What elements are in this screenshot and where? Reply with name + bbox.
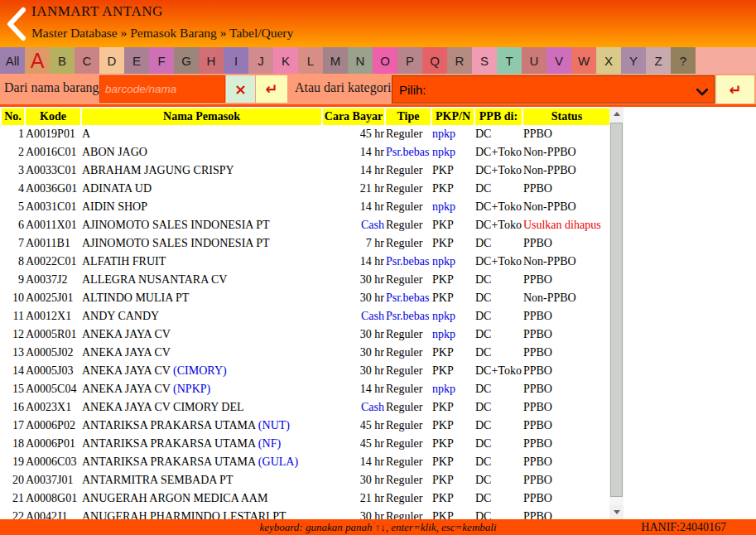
table-row[interactable]: 16A0023X1ANEKA JAYA CV CIMORY DELCashReg… [2,398,610,417]
alpha-button-r[interactable]: R [447,47,472,74]
table-row[interactable]: 9A0037J2ALLEGRA NUSANTARA CV30 hrReguler… [2,271,610,289]
scroll-down-icon[interactable] [609,505,624,519]
table-row[interactable]: 15A0005C04ANEKA JAYA CV (NPKP)14 hrRegul… [2,380,610,398]
back-icon[interactable] [4,7,29,41]
cell-tipe: Reguler [386,216,431,234]
alpha-button-e[interactable]: E [124,47,149,74]
cell-pkpn: PKP [432,508,474,519]
alpha-button-n[interactable]: N [348,47,373,74]
table-row[interactable]: 7A0011B1AJINOMOTO SALES INDONESIA PT7 hr… [2,234,610,253]
alpha-button-l[interactable]: L [298,47,323,74]
cell-cara: 30 hr [323,271,384,289]
alpha-button-y[interactable]: Y [621,47,646,74]
cell-cara: 30 hr [323,362,384,380]
table-row[interactable]: 12A0005R01ANEKA JAYA CV30 hrRegulernpkpD… [2,325,610,344]
cell-kode: A0019P01 [26,125,80,143]
category-enter-button[interactable]: ↵ [716,75,754,104]
cell-ppb: DC [475,471,522,489]
cell-nama: ANTARIKSA PRAKARSA UTAMA (GULA) [82,453,321,471]
table-scrollbar[interactable] [609,107,624,519]
table-row[interactable]: 6A0011X01AJINOMOTO SALES INDONESIA PTCas… [2,216,610,234]
alpha-button-h[interactable]: H [199,47,224,74]
table-row[interactable]: 8A0022C01ALFATIH FRUIT14 hrPsr.bebasnpkp… [2,253,610,271]
table-row[interactable]: 17A0006P02ANTARIKSA PRAKARSA UTAMA (NUT)… [2,417,610,435]
cell-no: 9 [2,271,24,289]
alpha-button-f[interactable]: F [149,47,174,74]
alpha-button-q[interactable]: Q [422,47,447,74]
alpha-button-m[interactable]: M [323,47,348,74]
name-search-label: Dari nama barang [4,80,99,95]
alpha-button-a[interactable]: A [25,47,50,74]
cell-tipe: Reguler [386,325,431,344]
alpha-button-v[interactable]: V [547,47,571,74]
column-header-4: Tipe [386,108,431,125]
alpha-button-w[interactable]: W [571,47,596,74]
table-row[interactable]: 21A0008G01ANUGERAH ARGON MEDICA AAM21 hr… [2,489,610,508]
cell-no: 14 [2,362,24,380]
table-row[interactable]: 4A0036G01ADINATA UD21 hrRegulerPKPDCPPBO [2,180,610,198]
cell-ppb: DC+Toko [475,253,522,271]
cell-status: Non-PPBO [523,161,610,180]
alpha-button-i[interactable]: I [224,47,248,74]
alpha-button-unknown[interactable]: ? [671,47,696,74]
cell-tipe: Psr.bebas [386,289,431,307]
cell-no: 2 [2,143,24,161]
table-row[interactable]: 13A0005J02ANEKA JAYA CV30 hrRegulerPKPDC… [2,344,610,362]
alpha-button-s[interactable]: S [472,47,497,74]
cell-no: 5 [2,198,24,216]
cell-cara: 45 hr [323,417,384,435]
cell-pkpn: PKP [432,435,474,453]
alpha-button-z[interactable]: Z [646,47,671,74]
alpha-button-x[interactable]: X [596,47,621,74]
table-row[interactable]: 14A0005J03ANEKA JAYA CV (CIMORY)30 hrReg… [2,362,610,380]
cell-no: 1 [2,125,24,143]
table-row[interactable]: 10A0025J01ALTINDO MULIA PT30 hrPsr.bebas… [2,289,610,307]
alpha-button-all[interactable]: All [0,47,25,74]
cell-nama: ANEKA JAYA CV [82,344,321,362]
cell-pkpn: npkp [432,325,474,344]
table-row[interactable]: 22A0042J1ANUGERAH PHARMINDO LESTARI PT30… [2,508,610,519]
cell-no: 18 [2,435,24,453]
alpha-button-d[interactable]: D [99,47,124,74]
cell-cara: Cash [323,216,384,234]
alpha-button-k[interactable]: K [273,47,298,74]
search-enter-button[interactable]: ↵ [256,75,287,103]
cell-ppb: DC [475,453,522,471]
table-row[interactable]: 18A0006P01ANTARIKSA PRAKARSA UTAMA (NF)4… [2,435,610,453]
cell-tipe: Reguler [386,161,431,180]
alpha-button-j[interactable]: J [248,47,273,74]
alpha-button-c[interactable]: C [75,47,99,74]
alpha-button-b[interactable]: B [50,47,75,74]
alpha-button-o[interactable]: O [373,47,397,74]
cell-no: 11 [2,307,24,325]
alpha-button-g[interactable]: G [174,47,199,74]
cell-tipe: Reguler [386,234,431,253]
cell-cara: 30 hr [323,508,384,519]
cell-kode: A0006C03 [26,453,80,471]
cell-ppb: DC+Toko [475,216,522,234]
cell-tipe: Reguler [386,508,431,519]
alpha-button-u[interactable]: U [522,47,547,74]
table-row[interactable]: 1A0019P01A45 hrRegulernpkpDCPPBO [2,125,610,143]
cell-tipe: Reguler [386,180,431,198]
cell-kode: A0005J02 [26,344,80,362]
clear-search-button[interactable]: × [226,75,255,103]
cell-nama: AIDIN SHOP [82,198,321,216]
scrollbar-thumb[interactable] [610,123,623,497]
category-select[interactable]: Pilih: [392,75,715,104]
table-row[interactable]: 5A0031C01AIDIN SHOP14 hrRegulernpkpDC+To… [2,198,610,216]
table-row[interactable]: 11A0012X1ANDY CANDYCashPsr.bebasnpkpDCPP… [2,307,610,325]
cell-kode: A0036G01 [26,180,80,198]
cell-nama: AJINOMOTO SALES INDONESIA PT [82,216,321,234]
scroll-up-icon[interactable] [609,107,624,121]
alpha-button-p[interactable]: P [397,47,422,74]
cell-status: PPBO [523,380,610,398]
cell-tipe: Psr.bebas [386,307,431,325]
table-row[interactable]: 19A0006C03ANTARIKSA PRAKARSA UTAMA (GULA… [2,453,610,471]
cell-kode: A0033C01 [26,161,80,180]
search-input[interactable] [99,75,225,103]
table-row[interactable]: 2A0016C01ABON JAGO14 hrPsr.bebasnpkpDC+T… [2,143,610,161]
table-row[interactable]: 3A0033C01ABRAHAM JAGUNG CRISPY14 hrRegul… [2,161,610,180]
alpha-button-t[interactable]: T [497,47,522,74]
table-row[interactable]: 20A0037J01ANTARMITRA SEMBADA PT30 hrRegu… [2,471,610,489]
